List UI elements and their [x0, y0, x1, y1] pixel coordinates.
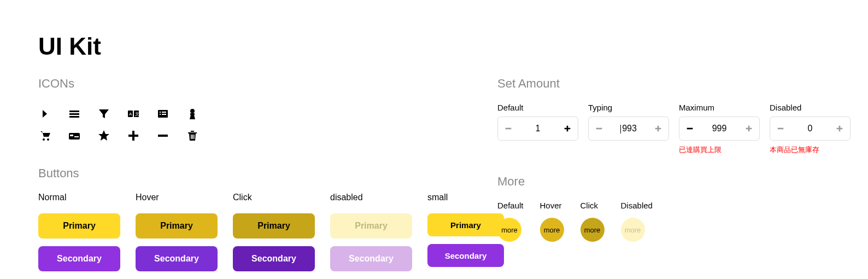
svg-rect-22 [778, 128, 784, 130]
stepper-disabled-label: Disabled [770, 103, 851, 112]
button-state-click-label: Click [233, 193, 315, 202]
minus-icon [776, 124, 785, 133]
menu-icon [68, 103, 97, 125]
stepper-typing-label: Typing [588, 103, 669, 112]
more-button-hover[interactable]: more [540, 218, 564, 242]
svg-rect-19 [506, 128, 512, 130]
button-state-hover-label: Hover [136, 193, 218, 202]
plus-icon [127, 125, 156, 147]
more-hover-label: Hover [540, 201, 562, 210]
plus-icon[interactable] [562, 124, 572, 133]
svg-rect-13 [70, 135, 73, 136]
stepper-error-text: 本商品已無庫存 [770, 145, 851, 155]
secondary-button-normal[interactable]: Secondary [38, 246, 120, 271]
minus-icon[interactable] [503, 124, 513, 133]
svg-rect-21 [687, 128, 693, 130]
stepper-default-label: Default [497, 103, 578, 112]
icon-grid: A文 [38, 103, 465, 147]
card-icon [68, 125, 97, 147]
svg-rect-18 [193, 135, 195, 139]
primary-button-small[interactable]: Primary [427, 213, 504, 236]
plus-icon [744, 124, 754, 133]
svg-rect-14 [74, 136, 79, 137]
button-state-disabled-label: disabled [330, 193, 412, 202]
secondary-button-small[interactable]: Secondary [427, 244, 504, 267]
more-button-disabled: more [621, 218, 645, 242]
quantity-stepper-default[interactable]: 1 [497, 117, 578, 141]
svg-rect-7 [160, 114, 161, 115]
plus-icon[interactable] [653, 124, 663, 133]
minus-icon[interactable] [685, 124, 695, 133]
stepper-value: 1 [536, 124, 541, 133]
filter-icon [97, 103, 127, 125]
button-state-small-label: small [427, 193, 504, 202]
more-disabled-label: Disabled [621, 201, 653, 210]
quantity-stepper-disabled: 0 [770, 117, 851, 141]
more-click-label: Click [580, 201, 599, 210]
star-icon [97, 125, 127, 147]
quantity-stepper-typing[interactable]: 993 [588, 117, 669, 141]
more-button-default[interactable]: more [497, 218, 521, 242]
svg-rect-6 [162, 112, 166, 113]
stepper-error-text: 已達購買上限 [679, 145, 760, 155]
svg-rect-5 [160, 112, 161, 113]
svg-point-9 [190, 109, 195, 113]
secondary-button-disabled: Secondary [330, 246, 412, 271]
quantity-stepper-maximum[interactable]: 999 [679, 117, 760, 141]
svg-text:A: A [129, 112, 132, 117]
svg-text:文: 文 [135, 112, 139, 117]
stepper-maximum-label: Maximum [679, 103, 760, 112]
set-amount-section-title: Set Amount [497, 77, 851, 91]
more-default-label: Default [497, 201, 524, 210]
stepper-value: 0 [808, 124, 813, 133]
list-box-icon [156, 103, 186, 125]
primary-button-disabled: Primary [330, 213, 412, 239]
stepper-value: 999 [712, 124, 727, 133]
svg-rect-17 [192, 135, 193, 139]
primary-button-click[interactable]: Primary [233, 213, 315, 239]
svg-rect-8 [162, 114, 166, 115]
svg-point-10 [43, 138, 45, 141]
translate-icon: A文 [127, 103, 156, 125]
stepper-value[interactable]: 993 [620, 124, 637, 133]
svg-point-11 [47, 138, 49, 141]
plus-icon [835, 124, 844, 133]
more-section-title: More [497, 175, 851, 189]
primary-button-hover[interactable]: Primary [136, 213, 218, 239]
chess-pawn-icon [186, 103, 215, 125]
svg-rect-15 [158, 135, 168, 137]
secondary-button-hover[interactable]: Secondary [136, 246, 218, 271]
buttons-section-title: Buttons [38, 166, 465, 181]
trash-icon [186, 125, 215, 147]
more-button-click[interactable]: more [580, 218, 605, 242]
svg-rect-20 [596, 128, 602, 130]
minus-icon [156, 125, 186, 147]
page-title: UI Kit [38, 33, 830, 60]
cart-icon [38, 125, 68, 147]
chevron-right-icon [38, 103, 68, 125]
secondary-button-click[interactable]: Secondary [233, 246, 315, 271]
icons-section-title: ICONs [38, 77, 465, 91]
minus-icon[interactable] [594, 124, 604, 133]
button-state-normal-label: Normal [38, 193, 120, 202]
primary-button-normal[interactable]: Primary [38, 213, 120, 239]
svg-rect-16 [191, 135, 192, 139]
